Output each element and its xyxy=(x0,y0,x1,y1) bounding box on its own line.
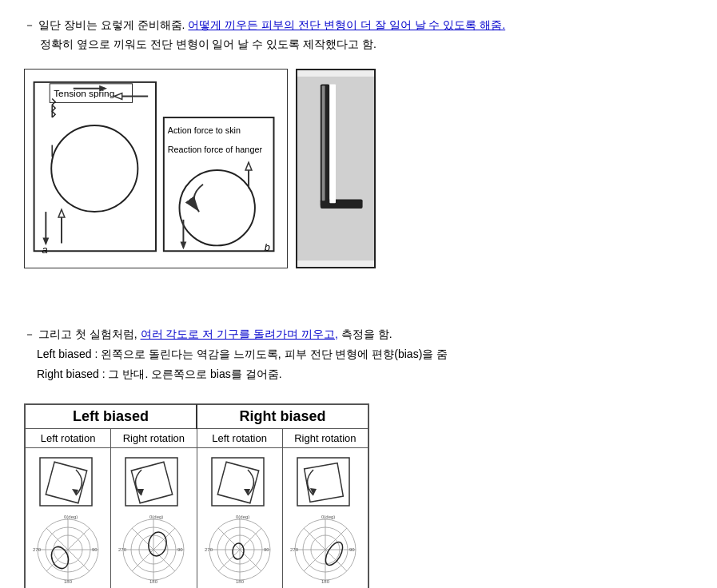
cell-rl-top-svg xyxy=(204,454,276,514)
svg-rect-30 xyxy=(46,462,86,503)
experiment-section: － 그리고 첫 실험처럼, 여러 각도로 저 기구를 돌려가며 끼우고, 측정을… xyxy=(24,324,693,385)
col-label-2: Left rotation xyxy=(197,429,282,448)
device-photo-svg xyxy=(297,73,374,264)
cell-rl: 0(deg) 90 270 180 xyxy=(197,448,282,588)
cell-rr-polar-svg: 0(deg) 90 270 180 xyxy=(289,514,361,586)
cell-lr-polar-svg: 0(deg) 90 270 180 xyxy=(118,514,189,586)
svg-text:90: 90 xyxy=(177,547,183,552)
svg-marker-19 xyxy=(180,241,186,249)
diagram-row: 0(deg) 90 270 180 xyxy=(26,448,368,588)
cell-ll-polar-svg: 0(deg) 90 270 180 xyxy=(32,514,104,586)
svg-point-1 xyxy=(51,125,137,212)
header-right-biased: Right biased xyxy=(197,405,368,429)
intro-link1[interactable]: 어떻게 끼우든 피부의 전단 변형이 더 잘 일어 날 수 있도록 해줌. xyxy=(188,16,505,35)
svg-text:270: 270 xyxy=(290,547,299,552)
svg-marker-21 xyxy=(245,162,252,170)
cell-rr-top-svg xyxy=(289,454,361,514)
svg-rect-28 xyxy=(329,84,336,203)
col-label-3: Right rotation xyxy=(282,429,368,448)
device-photo xyxy=(296,69,376,268)
intro-line1: － 일단 장비는 요렇게 준비해줌. 어떻게 끼우든 피부의 전단 변형이 더 … xyxy=(24,16,693,35)
svg-text:0(deg): 0(deg) xyxy=(236,514,249,519)
svg-text:270: 270 xyxy=(205,547,213,552)
svg-text:a: a xyxy=(42,244,47,256)
cell-ll: 0(deg) 90 270 180 xyxy=(26,448,111,588)
svg-text:270: 270 xyxy=(118,547,127,552)
svg-text:Action force to skin: Action force to skin xyxy=(168,125,241,134)
svg-rect-14 xyxy=(164,117,274,251)
col-label-0: Left rotation xyxy=(26,429,111,448)
intro-line2: 정확히 옆으로 끼워도 전단 변형이 일어 날 수 있도록 제작했다고 함. xyxy=(24,35,693,54)
svg-text:90: 90 xyxy=(264,547,269,552)
sub-header-row: Left rotation Right rotation Left rotati… xyxy=(26,429,368,448)
exp-right-biased: Right biased : 그 반대. 오른쪽으로 bias를 걸어줌. xyxy=(24,364,693,384)
svg-text:0(deg): 0(deg) xyxy=(149,514,163,519)
col-label-1: Right rotation xyxy=(111,429,197,448)
svg-marker-8 xyxy=(58,209,65,217)
spacer xyxy=(24,292,693,324)
svg-text:Reaction force of hanger: Reaction force of hanger xyxy=(168,145,263,154)
svg-text:90: 90 xyxy=(92,547,98,552)
svg-text:180: 180 xyxy=(236,579,245,584)
svg-text:0(deg): 0(deg) xyxy=(321,514,335,519)
exp-left-biased: Left biased : 왼쪽으로 돌린다는 역감을 느끼도록, 피부 전단 … xyxy=(24,344,693,364)
bias-table-wrapper: Left biased Right biased Left rotation R… xyxy=(24,403,369,588)
svg-rect-60 xyxy=(217,462,258,503)
svg-text:180: 180 xyxy=(321,579,330,584)
svg-text:b: b xyxy=(265,241,270,253)
cell-ll-top-svg xyxy=(32,454,104,514)
svg-text:0(deg): 0(deg) xyxy=(64,514,78,519)
svg-rect-27 xyxy=(322,85,325,201)
intro-dash: － 일단 장비는 요렇게 준비해줌. xyxy=(24,16,185,35)
svg-rect-26 xyxy=(321,199,363,209)
diagram-section: Tension spring a Action force to skin xyxy=(24,69,693,268)
exp-link[interactable]: 여러 각도로 저 기구를 돌려가며 끼우고, xyxy=(141,324,338,344)
intro-section: － 일단 장비는 요렇게 준비해줌. 어떻게 끼우든 피부의 전단 변형이 더 … xyxy=(24,16,693,54)
svg-rect-45 xyxy=(132,462,173,503)
exp-dash: － 그리고 첫 실험처럼, xyxy=(24,324,137,344)
left-diagram-container: Tension spring a Action force to skin xyxy=(24,69,288,268)
svg-text:180: 180 xyxy=(64,579,73,584)
svg-text:270: 270 xyxy=(33,547,42,552)
experiment-line1: － 그리고 첫 실험처럼, 여러 각도로 저 기구를 돌려가며 끼우고, 측정을… xyxy=(24,324,693,344)
exp-after: 측정을 함. xyxy=(341,324,392,344)
svg-point-17 xyxy=(180,170,255,245)
bias-table: Left biased Right biased Left rotation R… xyxy=(25,404,368,588)
left-diagram-svg: Tension spring a Action force to skin xyxy=(30,74,282,263)
svg-text:180: 180 xyxy=(149,579,158,584)
svg-rect-75 xyxy=(305,463,344,503)
cell-lr: 0(deg) 90 270 180 xyxy=(111,448,197,588)
svg-rect-74 xyxy=(297,458,349,506)
header-left-biased: Left biased xyxy=(26,405,197,429)
cell-rl-polar-svg: 0(deg) 90 270 180 xyxy=(204,514,276,586)
cell-rr: 0(deg) 90 270 180 xyxy=(282,448,368,588)
svg-text:90: 90 xyxy=(349,547,355,552)
cell-lr-top-svg xyxy=(118,454,189,514)
